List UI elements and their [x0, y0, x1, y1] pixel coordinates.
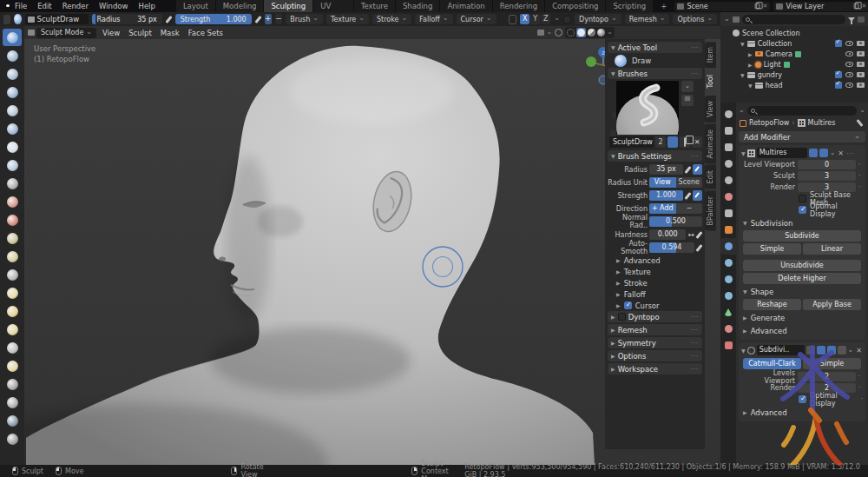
- multires-header[interactable]: ▼ Multires ⌄ ✕ ⋯: [741, 147, 863, 159]
- multires-realtime-toggle[interactable]: [819, 149, 828, 157]
- dyntopo-checkbox[interactable]: [563, 16, 571, 23]
- collapsed-falloff[interactable]: ▶Falloff: [608, 288, 702, 300]
- unsubdivide-button[interactable]: Unsubdivide: [743, 260, 861, 271]
- workspace-tab-shading[interactable]: Shading: [396, 0, 441, 12]
- brush-thumb[interactable]: [3, 357, 22, 374]
- brush-clay-strips[interactable]: [3, 83, 22, 101]
- hide-viewport-icon[interactable]: [845, 62, 853, 67]
- sidebar-tab-animate[interactable]: Animate: [705, 124, 716, 164]
- arrows-icon[interactable]: ↔: [687, 230, 694, 239]
- properties-tab-modifiers[interactable]: [720, 238, 736, 255]
- subsurf-advanced-section[interactable]: ▶Advanced: [741, 407, 863, 418]
- breadcrumb-object[interactable]: RetopoFlow: [749, 119, 789, 127]
- brush-slide-relax[interactable]: [3, 430, 22, 447]
- strength-slider[interactable]: Strength 1.000: [175, 14, 252, 24]
- brush-clay[interactable]: [3, 65, 22, 83]
- brush-cursor[interactable]: [418, 242, 467, 291]
- workspace-tab-uv-editing[interactable]: UV Editing: [313, 0, 354, 12]
- viewport-menu-mask[interactable]: Mask: [156, 29, 184, 37]
- option--subt-[interactable]: − Subt..: [676, 203, 703, 214]
- viewport-menu-view[interactable]: View: [98, 29, 124, 37]
- radius-slider[interactable]: Radius 35 px: [92, 14, 162, 24]
- properties-tab-render[interactable]: [720, 123, 736, 139]
- subsurf-edit-mode-toggle[interactable]: [817, 346, 825, 354]
- animate-dot[interactable]: ·: [858, 384, 863, 392]
- outliner-row-light[interactable]: ▶Light: [733, 59, 866, 70]
- menu-file[interactable]: File: [10, 0, 32, 12]
- mode-dropdown[interactable]: Sculpt Mode: [36, 28, 96, 38]
- symmetry-x-button[interactable]: X: [520, 14, 529, 24]
- properties-tab-collection[interactable]: [720, 205, 736, 222]
- subdivide-simple-button[interactable]: Simple: [743, 243, 801, 255]
- outliner-editor-dropdown-icon[interactable]: ⌄: [724, 15, 730, 23]
- pen-icon[interactable]: [695, 231, 702, 239]
- collapsed-texture[interactable]: ▶Texture: [608, 266, 702, 277]
- workspace-tab-texture-paint[interactable]: Texture Paint: [354, 0, 396, 12]
- sidebar-tab-item[interactable]: Item: [705, 42, 716, 68]
- duplicate-brush-button[interactable]: [680, 136, 690, 148]
- apply-base-button[interactable]: Apply Base: [803, 299, 861, 310]
- brush-multiplane-scrape[interactable]: [3, 266, 22, 283]
- tool-dropdown-icon[interactable]: [3, 15, 10, 24]
- multires-section-advanced[interactable]: ▶Advanced: [741, 325, 863, 336]
- new-scene-icon[interactable]: [754, 3, 760, 9]
- brush-fill[interactable]: [3, 229, 22, 247]
- dyntopo-dropdown[interactable]: Dyntopo: [575, 14, 621, 24]
- expand-icon[interactable]: ▶: [748, 62, 753, 68]
- workspace-tab-sculpting[interactable]: Sculpting: [264, 0, 313, 12]
- subsurf-optimal-display-checkbox[interactable]: [799, 395, 806, 403]
- brush-pose[interactable]: [3, 375, 22, 393]
- disable-render-icon[interactable]: [857, 51, 865, 56]
- remove-view-layer-icon[interactable]: ✕: [862, 3, 867, 10]
- sidebar-tab-tool[interactable]: Tool: [705, 70, 716, 94]
- eyedropper-icon[interactable]: [856, 119, 863, 127]
- catmull-clark-button[interactable]: Catmull-Clark: [743, 358, 801, 369]
- sidebar-tab-edit[interactable]: Edit: [705, 165, 716, 189]
- radius-field[interactable]: 35 px: [649, 164, 683, 175]
- workspace-tab-animation[interactable]: Animation: [440, 0, 492, 12]
- multires-section-generate[interactable]: ▶Generate: [741, 312, 863, 323]
- animate-dot[interactable]: ·: [858, 161, 863, 169]
- subsurf-header[interactable]: ▼ Subdivi.. ⌄ ✕: [741, 344, 863, 356]
- multires-remove-icon[interactable]: ✕: [838, 149, 844, 157]
- brush-grab[interactable]: [3, 302, 22, 320]
- rendered-shading-icon[interactable]: [597, 29, 605, 36]
- multires-extras-dropdown-icon[interactable]: ⌄: [830, 149, 836, 156]
- reshape-button[interactable]: Reshape: [743, 299, 801, 310]
- hardness-field[interactable]: 0.000: [649, 229, 686, 240]
- outliner-row-gundry[interactable]: ▼gundry: [733, 70, 866, 80]
- new-collection-icon[interactable]: [858, 17, 865, 23]
- disable-render-icon[interactable]: [857, 41, 865, 46]
- outliner-row-camera[interactable]: ▶Camera: [733, 49, 866, 59]
- section-dyntopo[interactable]: ▶Dyntopo⋯: [608, 311, 702, 322]
- subdivision-subheader[interactable]: ▼Subdivision: [741, 217, 863, 229]
- normal-rad--field[interactable]: 0.500: [649, 216, 702, 227]
- material-shading-icon[interactable]: [588, 29, 595, 36]
- brush-image-button[interactable]: [681, 95, 694, 106]
- animate-dot[interactable]: ·: [858, 172, 863, 180]
- disable-render-icon[interactable]: [857, 83, 865, 88]
- section-symmetry[interactable]: ▶Symmetry⋯: [608, 337, 702, 348]
- outliner-row-collection[interactable]: ▼Collection: [733, 38, 866, 49]
- properties-tab-output[interactable]: [720, 139, 736, 156]
- brush-name-input[interactable]: SculptDraw: [609, 136, 654, 148]
- brush-inflate[interactable]: [3, 138, 22, 156]
- workspace-tab-compositing[interactable]: Compositing: [545, 0, 606, 12]
- sidebar-tab-bpainter[interactable]: BPainter: [705, 191, 716, 231]
- pressure-icon[interactable]: [693, 190, 702, 201]
- section-workspace[interactable]: ▶Workspace⋯: [608, 363, 702, 374]
- brush-blob[interactable]: [3, 156, 22, 174]
- selectable-checkbox[interactable]: [835, 71, 842, 78]
- brush-smooth[interactable]: [3, 193, 22, 210]
- options-dropdown[interactable]: Options: [673, 14, 717, 24]
- subsurf-name-field[interactable]: Subdivi..: [757, 345, 805, 355]
- falloff-dropdown[interactable]: Falloff: [415, 14, 452, 24]
- selectable-checkbox[interactable]: [835, 82, 842, 89]
- fake-user-button[interactable]: [667, 136, 678, 148]
- expand-icon[interactable]: ▼: [748, 83, 753, 89]
- properties-tab-object-data[interactable]: [720, 304, 736, 321]
- subdivide-button[interactable]: Subdivide: [743, 230, 861, 242]
- properties-tab-material[interactable]: [720, 321, 736, 337]
- add-modifier-dropdown[interactable]: Add Modifier: [739, 131, 865, 142]
- brush-preview[interactable]: [616, 81, 679, 135]
